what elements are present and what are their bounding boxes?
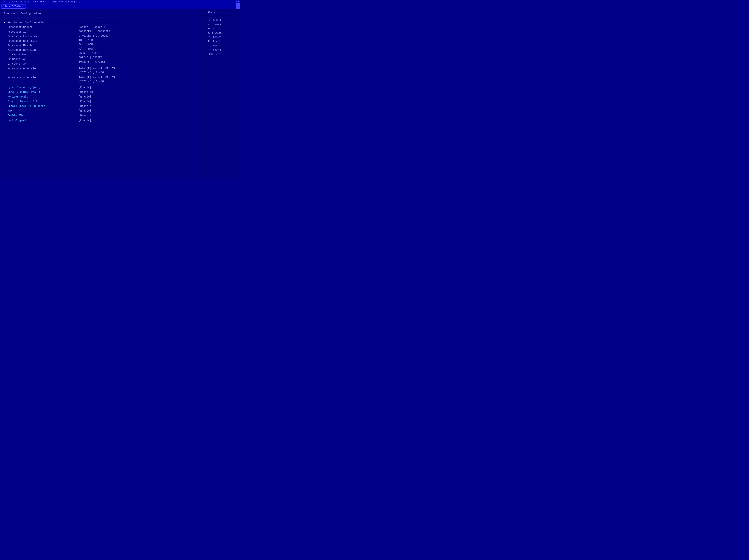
- help-key-7: F4: Save &: [208, 49, 221, 51]
- processor-id-value: 000306F2* | 000306F2: [79, 29, 202, 34]
- active-tab[interactable]: IntelRCSetup: [1, 4, 25, 8]
- processor-id-label: Processor ID: [7, 30, 26, 34]
- processor-1-version-item: ▶ Processor 1 Version: [4, 75, 79, 80]
- processor-id-item: ▶ Processor ID: [4, 30, 79, 34]
- clickable-label-vmx: VMX: [4, 109, 79, 113]
- arrow-icon: ▶: [4, 21, 6, 25]
- processor-frequency-item: ▶ Processor Frequency: [4, 34, 79, 38]
- scroll-up-arrow[interactable]: ▲: [236, 0, 240, 3]
- help-item-0: →←: Select: [208, 19, 238, 23]
- clickable-label-enable-smx: Enable SMX: [4, 113, 79, 118]
- clickable-items-container: Hyper-Threading [ALL][Enable]Check CPU B…: [4, 85, 202, 122]
- content-area: Processor Configuration ----------------…: [0, 9, 206, 180]
- help-item-8: ESC: Exit: [208, 52, 238, 57]
- header-bar: APTIO Setup Utility - Copyright (C) 2020…: [0, 0, 240, 4]
- per-socket-item[interactable]: ▶ Per-Socket Configuration: [4, 21, 202, 25]
- processor-min-ratio-item: ▶ Processor Min Ratio: [4, 43, 79, 47]
- help-key-4: F1: Genera: [208, 36, 221, 39]
- separator: ----------------------------------------…: [4, 16, 202, 19]
- clickable-item-enable-smx[interactable]: Enable SMX[Disable]: [4, 113, 202, 118]
- processor-0-version-item: ▶ Processor 0 Version: [4, 67, 79, 71]
- clickable-value-check-cpu-bist: [Disabled]: [79, 90, 94, 94]
- clickable-item-intel-txt[interactable]: Enable Intel TXT Support[Disable]: [4, 104, 202, 108]
- clickable-item-check-cpu-bist[interactable]: Check CPU BIST Result[Disabled]: [4, 90, 202, 94]
- l2-cache-value: 3072KB | 3072KB: [79, 55, 202, 60]
- processor-1-version-line2: -2673 v3 @ 2.40GHz: [79, 80, 202, 84]
- clickable-item-monitor-mwait[interactable]: Monitor/Mwait[Enable]: [4, 95, 202, 99]
- per-socket-label: Per-Socket Configuration: [7, 21, 45, 25]
- l2-cache-label: L2 Cache RAM: [7, 57, 26, 61]
- help-item-4: F1: Genera: [208, 36, 238, 40]
- processor-0-version-line2: -2673 v3 @ 2.40GHz: [79, 71, 202, 74]
- processor-1-version-line1: Intel(R) Xeon(R) CPU E5: [79, 75, 202, 80]
- microcode-revision-item: ▶ Microcode Revision: [4, 48, 79, 52]
- clickable-label-lock-chipset: Lock Chipset: [4, 118, 79, 122]
- processor-max-ratio-label: Processor Max Ratio: [7, 39, 38, 43]
- clickable-label-hyper-threading: Hyper-Threading [ALL]: [4, 85, 79, 90]
- clickable-item-lock-chipset[interactable]: Lock Chipset[Enable]: [4, 118, 202, 122]
- help-item-7: F4: Save &: [208, 48, 238, 52]
- processor-socket-item: ▶ Processor Socket: [4, 25, 79, 29]
- l1-cache-item: ▶ L1 Cache RAM: [4, 52, 79, 57]
- help-item-6: F3: Optimi: [208, 44, 238, 48]
- help-key-5: F2: Previo: [208, 40, 221, 43]
- clickable-value-intel-txt: [Disable]: [79, 104, 93, 108]
- sidebar: Change F →←: Select↑↓: SelectEnter: Sel+…: [206, 9, 240, 180]
- help-key-0: →←: Select: [208, 19, 221, 22]
- clickable-value-monitor-mwait: [Enable]: [79, 95, 91, 99]
- clickable-value-hyper-threading: [Enable]: [79, 85, 91, 90]
- processor-frequency-value: 2.400GHz | 2.400GHz: [79, 34, 202, 38]
- processor-frequency-label: Processor Frequency: [7, 34, 38, 38]
- help-key-8: ESC: Exit: [208, 53, 220, 55]
- socket-header-value: Socket 0 Socket 1: [79, 25, 202, 29]
- clickable-item-hyper-threading[interactable]: Hyper-Threading [ALL][Enable]: [4, 85, 202, 90]
- help-key-3: +/-: Chang: [208, 32, 221, 35]
- sidebar-title: Change F: [206, 9, 240, 15]
- microcode-revision-label: Microcode Revision: [7, 48, 36, 52]
- help-item-1: ↑↓: Select: [208, 23, 238, 27]
- processor-max-ratio-value: 18H | 18H: [79, 38, 202, 43]
- clickable-value-lock-chipset: [Enable]: [79, 118, 91, 122]
- copyright-text: APTIO Setup Utility - Copyright (C) 2020…: [3, 1, 80, 3]
- l1-cache-label: L1 Cache RAM: [7, 52, 26, 57]
- help-item-3: +/-: Chang: [208, 31, 238, 36]
- sidebar-help: →←: Select↑↓: SelectEnter: Sel+/-: Chang…: [206, 17, 240, 58]
- processor-1-version-label: Processor 1 Version: [7, 75, 38, 80]
- l1-cache-value: 768KB | 768KB: [79, 51, 202, 55]
- help-key-6: F3: Optimi: [208, 45, 221, 47]
- l3-cache-value: 30720KB | 30720KB: [79, 60, 202, 64]
- processor-socket-label: Processor Socket: [7, 25, 33, 29]
- clickable-label-execute-disable: Execute Disable Bit: [4, 99, 79, 104]
- microcode-revision-value: N/A | N/A: [79, 47, 202, 51]
- help-key-2: Enter: Sel: [208, 27, 221, 30]
- clickable-label-intel-txt: Enable Intel TXT Support: [4, 104, 79, 108]
- clickable-value-enable-smx: [Disable]: [79, 113, 93, 118]
- processor-min-ratio-value: OCH | OCH: [79, 43, 202, 47]
- l3-cache-item: ▶ L3 Cache RAM: [4, 62, 79, 66]
- clickable-label-check-cpu-bist: Check CPU BIST Result: [4, 90, 79, 94]
- clickable-value-execute-disable: [Enable]: [79, 99, 91, 104]
- processor-0-version-label: Processor 0 Version: [7, 67, 38, 71]
- processor-max-ratio-item: ▶ Processor Max Ratio: [4, 39, 79, 43]
- processor-0-version-line1: Intel(R) Xeon(R) CPU E5: [79, 67, 202, 71]
- clickable-label-monitor-mwait: Monitor/Mwait: [4, 95, 79, 99]
- clickable-item-execute-disable[interactable]: Execute Disable Bit[Enable]: [4, 99, 202, 104]
- help-item-5: F2: Previo: [208, 40, 238, 44]
- l2-cache-item: ▶ L2 Cache RAM: [4, 57, 79, 61]
- l3-cache-label: L3 Cache RAM: [7, 62, 26, 66]
- help-item-2: Enter: Sel: [208, 27, 238, 31]
- processor-min-ratio-label: Processor Min Ratio: [7, 43, 38, 47]
- help-key-1: ↑↓: Select: [208, 23, 221, 26]
- clickable-item-vmx[interactable]: VMX[Enable]: [4, 109, 202, 113]
- section-title: Processor Configuration: [4, 12, 202, 15]
- clickable-value-vmx: [Enable]: [79, 109, 91, 113]
